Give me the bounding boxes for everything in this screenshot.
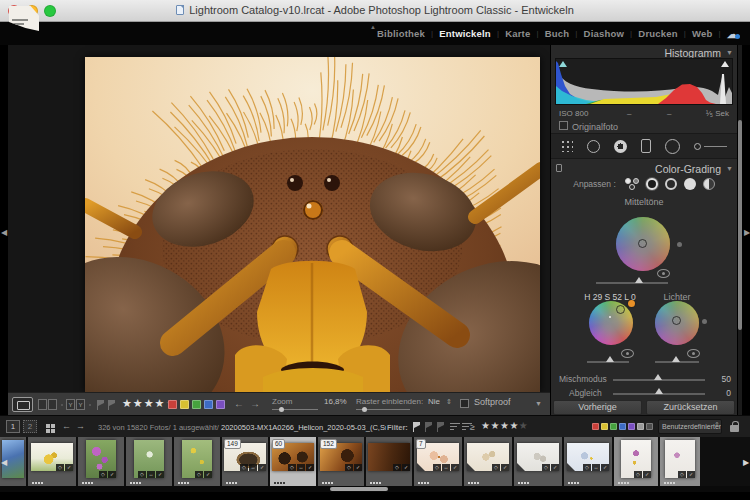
filmstrip-thumb-10[interactable]: 7◇↔✓	[414, 437, 462, 486]
filmstrip-thumb-12[interactable]: ◇✓	[514, 437, 562, 486]
midtones-luminance-thumb[interactable]	[635, 277, 643, 283]
midtones-luminance-slider[interactable]	[596, 282, 668, 284]
module-diashow[interactable]: Diashow	[584, 28, 624, 39]
loupe-view-icon[interactable]	[12, 397, 33, 412]
shadows-luminance-thumb[interactable]	[606, 356, 614, 362]
color-label-blue[interactable]	[204, 400, 213, 409]
thumb-stack-badge[interactable]: 60	[272, 439, 285, 449]
balance-thumb[interactable]	[655, 388, 663, 394]
highlights-hue-dot[interactable]	[702, 319, 707, 324]
filmstrip-thumb-3[interactable]: ◇✓	[78, 437, 124, 486]
filmstrip-thumb-15[interactable]: ◇✓	[660, 437, 700, 486]
filmstrip-thumb-6[interactable]: 149◇↔✓	[222, 437, 268, 486]
rating-operator[interactable]: ≥	[470, 422, 475, 432]
filter-label-red[interactable]	[592, 423, 599, 430]
filter-label-blue[interactable]	[619, 423, 626, 430]
main-photo[interactable]	[85, 57, 540, 392]
midtones-hue-dot[interactable]	[677, 242, 682, 247]
highlights-eye-icon[interactable]	[687, 349, 700, 358]
color-label-yellow[interactable]	[180, 400, 189, 409]
highlights-luminance-thumb[interactable]	[672, 356, 680, 362]
color-label-purple[interactable]	[216, 400, 225, 409]
module-buch[interactable]: Buch	[545, 28, 570, 39]
flag-reject-icon[interactable]	[107, 400, 116, 410]
grid-slider-knob[interactable]	[362, 407, 367, 412]
previous-photo-arrow[interactable]: ←	[234, 398, 244, 409]
sync-cloud-icon[interactable]: ☁	[727, 29, 738, 39]
before-after-bottom-icon[interactable]: Y	[76, 399, 85, 410]
module-karte[interactable]: Karte	[505, 28, 530, 39]
go-back-arrow[interactable]: ←	[62, 421, 71, 431]
toolbar-options-chevron[interactable]: ▼	[535, 400, 542, 407]
softproof-checkbox[interactable]	[460, 399, 469, 408]
panel-switch-icon[interactable]	[556, 164, 562, 172]
hide-right-panel-arrow[interactable]: ▶	[744, 228, 750, 237]
filter-label-none[interactable]	[646, 423, 653, 430]
shadow-clipping-icon[interactable]	[559, 61, 567, 67]
filmstrip-thumb-7-selected[interactable]: 60◇↔✓	[270, 437, 316, 486]
highlights-wheel-marker[interactable]	[672, 316, 681, 325]
crop-overlay-tool-icon[interactable]	[561, 140, 573, 152]
filter-flag-unflagged-icon[interactable]	[424, 422, 433, 432]
color-label-green[interactable]	[192, 400, 201, 409]
grid-view-icon[interactable]	[46, 424, 50, 428]
main-window-button[interactable]: 1	[6, 420, 20, 433]
show-left-panel-arrow[interactable]: ◀	[1, 228, 7, 237]
before-after-top-icon[interactable]: Y	[66, 399, 75, 410]
filmstrip-thumb-4[interactable]: ◇↔✓	[126, 437, 172, 486]
flag-pick-icon[interactable]	[96, 400, 105, 410]
previous-button[interactable]: Vorherige	[553, 400, 642, 415]
shadows-mode-icon[interactable]	[646, 178, 658, 190]
before-after-right-icon[interactable]	[48, 399, 57, 410]
shadows-hue-dot[interactable]	[628, 300, 635, 307]
highlights-mode-icon[interactable]	[684, 178, 696, 190]
filmstrip-scrollbar-handle[interactable]	[330, 487, 388, 491]
filmstrip-thumb-8[interactable]: 152◇✓	[318, 437, 364, 486]
color-label-red[interactable]	[168, 400, 177, 409]
adjustment-brush-tool-icon[interactable]	[694, 143, 727, 150]
reset-button[interactable]: Zurücksetzen	[646, 400, 735, 415]
filter-rating-stars[interactable]: ★★★★★	[481, 420, 528, 431]
filmstrip-thumb-11[interactable]: ◇✓	[464, 437, 512, 486]
right-panel-scrollbar[interactable]	[738, 45, 742, 415]
filter-label-green[interactable]	[610, 423, 617, 430]
filter-label-purple[interactable]	[628, 423, 635, 430]
filmstrip-thumb-14[interactable]: ◇✓	[614, 437, 658, 486]
filter-preset-dropdown[interactable]: Benutzerdefinierter...	[658, 419, 722, 434]
filter-flag-reject-icon[interactable]	[436, 422, 445, 432]
next-photo-arrow[interactable]: →	[250, 398, 260, 409]
collapse-top-panel-icon[interactable]: ▲	[370, 24, 376, 30]
module-entwickeln[interactable]: Entwickeln	[439, 28, 491, 39]
redeye-tool-icon[interactable]	[614, 140, 627, 153]
shadows-wheel-marker[interactable]	[616, 305, 625, 314]
grid-value[interactable]: Nie	[428, 397, 440, 406]
filter-label-yellow[interactable]	[601, 423, 608, 430]
histogram-display[interactable]	[555, 58, 733, 105]
filmstrip-thumb-9[interactable]: ◇✓	[366, 437, 412, 486]
highlight-clipping-icon[interactable]	[721, 61, 729, 67]
filmstrip-scroll-left-arrow[interactable]: ◀	[1, 458, 7, 467]
midtones-eye-icon[interactable]	[657, 269, 670, 278]
graduated-filter-tool-icon[interactable]	[641, 139, 651, 153]
go-forward-arrow[interactable]: →	[76, 421, 85, 431]
filmstrip-thumb-2[interactable]: ◇✓	[28, 437, 76, 486]
zoom-slider-knob[interactable]	[279, 407, 284, 412]
module-drucken[interactable]: Drucken	[638, 28, 677, 39]
color-grading-header[interactable]: Color-Grading ▼	[551, 161, 737, 176]
thumb-stack-badge[interactable]: 149	[224, 439, 241, 449]
filmstrip-thumb-5[interactable]: ◇✓	[174, 437, 220, 486]
midtones-wheel-marker[interactable]	[638, 239, 647, 248]
second-window-button[interactable]: 2	[23, 420, 37, 433]
shadows-eye-icon[interactable]	[621, 349, 634, 358]
scrollbar-handle[interactable]	[738, 120, 742, 330]
filmstrip-thumb-13[interactable]: ◇↔✓	[564, 437, 612, 486]
filter-attribute-icon[interactable]	[450, 423, 461, 432]
thumb-stack-badge[interactable]: 152	[320, 439, 337, 449]
filter-flag-pick-icon[interactable]	[412, 422, 421, 432]
grid-updown-icon[interactable]: ⇕	[446, 398, 452, 406]
threeway-mode-icon[interactable]	[625, 178, 639, 190]
module-bibliothek[interactable]: Bibliothek	[377, 28, 425, 39]
original-photo-checkbox[interactable]	[559, 121, 568, 130]
before-after-left-icon[interactable]	[38, 399, 47, 410]
filmstrip-scroll-right-arrow[interactable]: ▶	[743, 458, 749, 467]
